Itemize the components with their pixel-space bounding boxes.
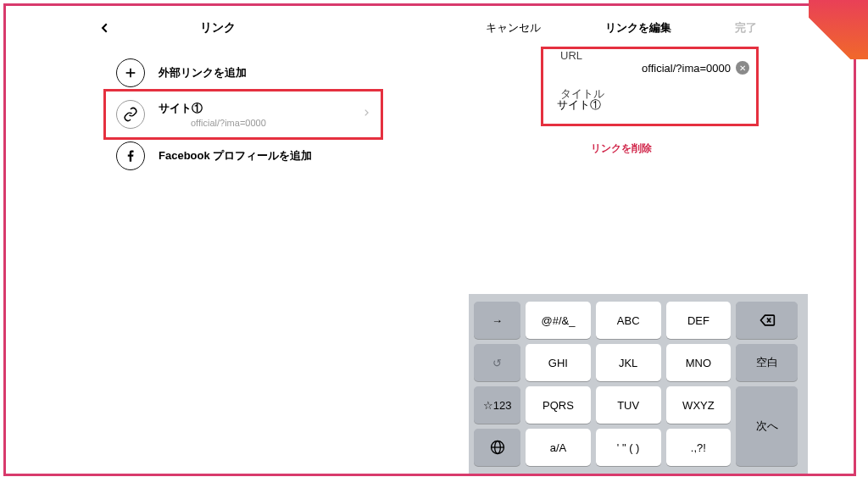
- add-external-label: 外部リンクを追加: [159, 65, 247, 80]
- title-field-label: タイトル: [560, 86, 604, 102]
- key-numsym[interactable]: ☆123: [474, 386, 520, 424]
- add-facebook-label: Facebook プロフィールを追加: [159, 148, 312, 164]
- key-undo[interactable]: ↺: [474, 344, 520, 381]
- key-mno[interactable]: MNO: [666, 344, 732, 381]
- chevron-right-icon: [362, 107, 370, 122]
- url-input[interactable]: official/?ima=0000 ✕: [543, 61, 756, 75]
- key-arrow[interactable]: →: [474, 302, 520, 339]
- clear-icon[interactable]: ✕: [736, 61, 749, 75]
- corner-decoration: [809, 0, 868, 59]
- page-title: リンク: [200, 20, 236, 36]
- url-field-label: URL: [560, 49, 582, 62]
- url-value: official/?ima=0000: [642, 62, 731, 75]
- key-tuv[interactable]: TUV: [596, 386, 661, 424]
- key-symbols1[interactable]: @#/&_: [526, 302, 591, 339]
- site-url: official/?ima=0000: [191, 118, 266, 128]
- soft-keyboard: → @#/&_ ABC DEF ↺ GHI JKL MNO 空白 ☆123 PQ…: [469, 294, 808, 474]
- key-quotes[interactable]: ' " ( ): [596, 429, 661, 466]
- edit-highlight-box: URL official/?ima=0000 ✕ タイトル サイト①: [541, 47, 759, 126]
- key-backspace[interactable]: [736, 302, 798, 339]
- key-next[interactable]: 次へ: [736, 386, 798, 466]
- key-ghi[interactable]: GHI: [526, 344, 591, 381]
- add-facebook-row[interactable]: Facebook プロフィールを追加: [6, 140, 430, 172]
- key-jkl[interactable]: JKL: [596, 344, 661, 381]
- link-icon: [116, 100, 145, 129]
- site-label: サイト①: [159, 101, 266, 116]
- back-button[interactable]: [99, 19, 111, 38]
- key-globe[interactable]: [474, 429, 520, 466]
- key-def[interactable]: DEF: [666, 302, 732, 339]
- site-link-row[interactable]: サイト① official/?ima=0000: [6, 89, 430, 140]
- key-wxyz[interactable]: WXYZ: [666, 386, 732, 424]
- plus-icon: [116, 58, 145, 87]
- add-external-link-row[interactable]: 外部リンクを追加: [6, 57, 430, 89]
- key-abc[interactable]: ABC: [596, 302, 661, 339]
- key-pqrs[interactable]: PQRS: [526, 386, 591, 424]
- cancel-button[interactable]: キャンセル: [486, 20, 541, 36]
- done-button[interactable]: 完了: [735, 20, 757, 36]
- key-space[interactable]: 空白: [736, 344, 798, 381]
- key-punct[interactable]: .,?!: [666, 429, 732, 466]
- delete-link-button[interactable]: リンクを削除: [469, 141, 774, 156]
- key-case[interactable]: a/A: [526, 429, 591, 466]
- facebook-icon: [116, 141, 145, 170]
- edit-title: リンクを編集: [605, 20, 671, 36]
